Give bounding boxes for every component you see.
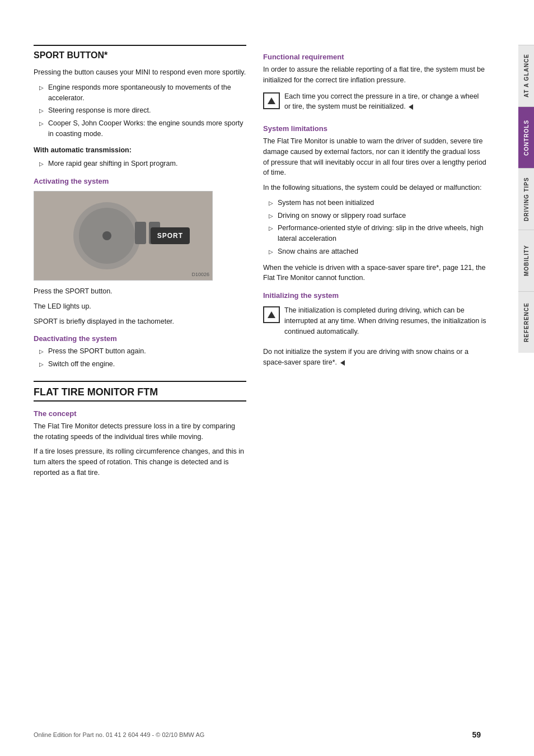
space-saver-note: When the vehicle is driven with a space-… bbox=[263, 263, 486, 284]
sidebar-tabs: AT A GLANCE CONTROLS DRIVING TIPS MOBILI… bbox=[518, 45, 534, 353]
sidebar-tab-controls[interactable]: CONTROLS bbox=[518, 106, 534, 168]
sport-button-title: SPORT BUTTON* bbox=[34, 50, 246, 62]
note2-text: The initialization is completed during d… bbox=[284, 305, 486, 337]
auto-bullet-list: More rapid gear shifting in Sport progra… bbox=[34, 158, 246, 169]
left-column: SPORT BUTTON* Pressing the button causes… bbox=[34, 45, 246, 483]
auto-transmission-label: With automatic transmission: bbox=[34, 145, 246, 156]
sport-bullet-list: Engine responds more spontaneously to mo… bbox=[34, 82, 246, 139]
limitation-bullet-1: System has not been initialized bbox=[263, 198, 486, 208]
system-limitations-p2: In the following situations, the system … bbox=[263, 183, 486, 193]
note1-text: Each time you correct the pressure in a … bbox=[284, 91, 486, 113]
right-column: Functional requirement In order to assur… bbox=[263, 45, 486, 483]
svg-rect-4 bbox=[135, 222, 146, 244]
sport-divider bbox=[34, 45, 246, 46]
content-area: SPORT BUTTON* Pressing the button causes… bbox=[0, 34, 514, 494]
functional-req-p1: In order to assure the reliable reportin… bbox=[263, 64, 486, 86]
deactivating-title: Deactivating the system bbox=[34, 334, 246, 343]
concept-title: The concept bbox=[34, 409, 246, 418]
functional-req-title: Functional requirement bbox=[263, 53, 486, 61]
sport-button-intro: Pressing the button causes your MINI to … bbox=[34, 67, 246, 78]
caption-line2: The LED lights up. bbox=[34, 301, 246, 312]
limitation-bullet-4: Snow chains are attached bbox=[263, 246, 486, 257]
initializing-p2: Do not initialize the system if you are … bbox=[263, 347, 486, 368]
caption-line3: SPORT is briefly displayed in the tachom… bbox=[34, 316, 246, 327]
sport-bullet-2: Steering response is more direct. bbox=[34, 105, 246, 116]
auto-bullet-1: More rapid gear shifting in Sport progra… bbox=[34, 158, 246, 169]
system-limitations-p1: The Flat Tire Monitor is unable to warn … bbox=[263, 136, 486, 178]
caption-line1: Press the SPORT button. bbox=[34, 286, 246, 297]
deactivating-bullet-1: Press the SPORT button again. bbox=[34, 346, 246, 357]
concept-p2: If a tire loses pressure, its rolling ci… bbox=[34, 446, 246, 478]
sport-button-image: SPORT D10026 bbox=[34, 191, 213, 281]
ftm-section: FLAT TIRE MONITOR FTM The concept The Fl… bbox=[34, 381, 246, 478]
triangle-icon-1 bbox=[268, 97, 275, 104]
sport-bullet-1: Engine responds more spontaneously to mo… bbox=[34, 82, 246, 104]
activating-title: Activating the system bbox=[34, 177, 246, 185]
sport-button-section: SPORT BUTTON* Pressing the button causes… bbox=[34, 45, 246, 370]
sidebar-tab-mobility[interactable]: MOBILITY bbox=[518, 230, 534, 291]
limitation-bullet-2: Driving on snowy or slippery road surfac… bbox=[263, 211, 486, 221]
system-limitations-title: System limitations bbox=[263, 124, 486, 133]
concept-p1: The Flat Tire Monitor detects pressure l… bbox=[34, 421, 246, 442]
note-icon-1 bbox=[263, 92, 280, 109]
sidebar-tab-driving-tips[interactable]: DRIVING TIPS bbox=[518, 168, 534, 230]
back-ref-2 bbox=[340, 360, 345, 366]
note-box-1: Each time you correct the pressure in a … bbox=[263, 91, 486, 117]
page-footer: Online Edition for Part no. 01 41 2 604 … bbox=[0, 730, 514, 739]
triangle-icon-2 bbox=[268, 311, 275, 318]
limitations-bullet-list: System has not been initialized Driving … bbox=[263, 198, 486, 257]
footer-text: Online Edition for Part no. 01 41 2 604 … bbox=[34, 731, 204, 738]
initializing-title: Initializing the system bbox=[263, 291, 486, 300]
ftm-title: FLAT TIRE MONITOR FTM bbox=[34, 386, 246, 402]
sidebar-tab-at-a-glance[interactable]: AT A GLANCE bbox=[518, 45, 534, 106]
functional-req-block: Functional requirement In order to assur… bbox=[263, 53, 486, 368]
svg-point-3 bbox=[102, 231, 111, 240]
deactivating-bullet-2: Switch off the engine. bbox=[34, 359, 246, 370]
sidebar-tab-reference[interactable]: REFERENCE bbox=[518, 291, 534, 353]
limitation-bullet-3: Performance-oriented style of driving: s… bbox=[263, 223, 486, 244]
deactivating-bullet-list: Press the SPORT button again. Switch off… bbox=[34, 346, 246, 370]
page-container: AT A GLANCE CONTROLS DRIVING TIPS MOBILI… bbox=[0, 0, 534, 756]
ftm-divider bbox=[34, 381, 246, 382]
sport-badge: SPORT bbox=[151, 227, 190, 244]
back-ref-1 bbox=[409, 104, 413, 110]
sport-bullet-3: Cooper S, John Cooper Works: the engine … bbox=[34, 118, 246, 139]
note-box-2: The initialization is completed during d… bbox=[263, 305, 486, 341]
note-icon-2 bbox=[263, 306, 280, 323]
page-number: 59 bbox=[472, 730, 481, 739]
